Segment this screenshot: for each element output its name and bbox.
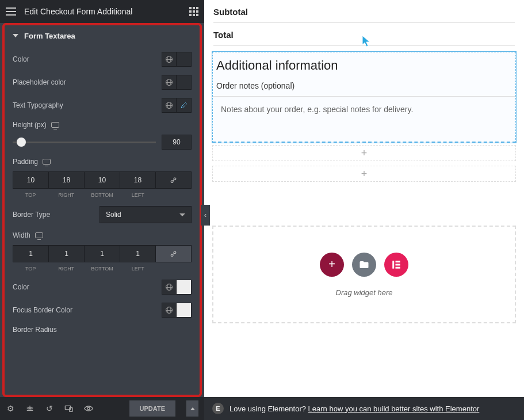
height-label: Height (px) (13, 121, 47, 129)
control-border-width: Width 1 1 1 1 ⚯ TOP RIGHT BOTTOM LEFT (13, 231, 192, 272)
device-icon[interactable] (35, 232, 43, 238)
side-top: TOP (13, 192, 48, 198)
sidebar-header: Edit Checkout Form Additional (0, 0, 204, 23)
svg-rect-6 (392, 261, 394, 269)
control-border-type: Border Type Solid (13, 206, 192, 223)
focus-border-color-label: Focus Border Color (13, 306, 72, 314)
globe-icon[interactable] (162, 303, 177, 318)
caret-down-icon (13, 34, 18, 37)
svg-rect-9 (396, 266, 400, 268)
add-section-button[interactable]: + (212, 166, 516, 182)
height-slider[interactable] (13, 142, 156, 143)
update-button[interactable]: Update (129, 400, 175, 417)
side-right: RIGHT (48, 266, 84, 272)
control-height: Height (px) (13, 121, 192, 150)
preview-icon[interactable] (84, 404, 93, 413)
plus-icon: + (361, 147, 368, 159)
banner-text: Love using Elementor? (230, 404, 308, 413)
svg-rect-0 (27, 410, 33, 411)
svg-rect-1 (27, 408, 33, 409)
width-left-input[interactable]: 1 (120, 245, 156, 262)
footer-banner: E Love using Elementor? Learn how you ca… (204, 397, 524, 420)
control-border-color: Color (13, 280, 192, 295)
typography-label: Text Typography (13, 101, 63, 109)
controls-panel: Color Placeholder color Text Typography (2, 46, 202, 397)
sidebar-footer: ⚙ ↺ Update (0, 397, 204, 420)
elementskit-button[interactable] (384, 253, 408, 277)
width-bottom-input[interactable]: 1 (85, 245, 120, 262)
cursor-icon (362, 36, 372, 47)
banner-link[interactable]: Learn how you can build better sites wit… (308, 404, 480, 413)
side-top: TOP (13, 266, 48, 272)
control-typography: Text Typography (13, 98, 192, 113)
additional-info-widget[interactable]: Additional information Order notes (opti… (212, 52, 516, 143)
device-icon[interactable] (51, 122, 59, 128)
padding-bottom-input[interactable]: 10 (85, 171, 120, 189)
width-top-input[interactable]: 1 (13, 245, 49, 262)
collapse-sidebar-button[interactable]: ‹ (201, 205, 210, 226)
update-dropdown[interactable] (186, 400, 198, 417)
padding-right-input[interactable]: 18 (49, 171, 85, 189)
width-right-input[interactable]: 1 (49, 245, 85, 262)
preview-area: ‹ Subtotal Total Additional information … (204, 0, 524, 420)
add-section-circle-button[interactable]: + (320, 253, 344, 277)
svg-rect-2 (27, 407, 33, 407)
side-bottom: BOTTOM (84, 192, 120, 198)
svg-rect-8 (396, 264, 400, 265)
side-right: RIGHT (48, 192, 84, 198)
slider-thumb[interactable] (17, 138, 26, 147)
history-icon[interactable]: ↺ (45, 404, 54, 413)
globe-icon[interactable] (162, 52, 177, 67)
editor-title: Edit Checkout Form Additional (24, 7, 132, 16)
globe-icon[interactable] (162, 280, 177, 295)
add-section-button[interactable]: + (212, 145, 516, 161)
section-title: Form Textarea (24, 32, 75, 40)
height-input[interactable] (162, 135, 192, 150)
color-picker[interactable] (177, 52, 192, 67)
plus-icon: + (361, 168, 368, 180)
subtotal-label: Subtotal (213, 0, 515, 22)
side-left: LEFT (120, 192, 156, 198)
apps-icon[interactable] (189, 7, 198, 16)
responsive-icon[interactable] (64, 404, 74, 413)
drag-text: Drag widget here (336, 288, 393, 297)
padding-left-input[interactable]: 18 (120, 171, 156, 189)
control-focus-border-color: Focus Border Color (13, 303, 192, 318)
order-notes-textarea[interactable]: Notes about your order, e.g. special not… (216, 100, 512, 119)
navigator-icon[interactable] (25, 404, 35, 413)
edit-typography-button[interactable] (177, 98, 192, 113)
border-radius-label: Border Radius (13, 326, 57, 334)
control-padding: Padding 10 18 10 18 ⚯ TOP RIGHT BOTTOM L… (13, 158, 192, 198)
chevron-down-icon (179, 213, 185, 216)
svg-point-5 (87, 407, 90, 410)
link-values-button[interactable]: ⚯ (156, 171, 192, 189)
settings-icon[interactable]: ⚙ (6, 404, 15, 413)
width-label: Width (13, 231, 30, 239)
template-library-button[interactable] (352, 253, 376, 277)
border-color-label: Color (13, 283, 29, 291)
menu-icon[interactable] (6, 7, 16, 16)
control-color: Color (13, 52, 192, 67)
border-color-picker[interactable] (177, 280, 192, 295)
additional-info-heading: Additional information (213, 52, 515, 81)
section-form-textarea[interactable]: Form Textarea (2, 23, 202, 46)
device-icon[interactable] (43, 159, 51, 165)
border-type-select[interactable]: Solid (100, 206, 192, 223)
order-notes-label: Order notes (optional) (213, 81, 515, 96)
globe-icon[interactable] (162, 98, 177, 113)
placeholder-color-picker[interactable] (177, 75, 192, 90)
placeholder-color-label: Placeholder color (13, 78, 66, 86)
border-type-label: Border Type (13, 211, 50, 219)
drop-zone[interactable]: + Drag widget here (212, 226, 516, 323)
border-type-value: Solid (106, 211, 121, 219)
padding-top-input[interactable]: 10 (13, 171, 49, 189)
padding-label: Padding (13, 158, 38, 166)
focus-border-color-picker[interactable] (177, 303, 192, 318)
control-placeholder-color: Placeholder color (13, 75, 192, 90)
globe-icon[interactable] (162, 75, 177, 90)
link-values-button[interactable]: ⚯ (156, 245, 192, 262)
side-left: LEFT (120, 266, 156, 272)
editor-sidebar: Edit Checkout Form Additional Form Texta… (0, 0, 204, 420)
color-label: Color (13, 55, 29, 63)
side-bottom: BOTTOM (84, 266, 120, 272)
